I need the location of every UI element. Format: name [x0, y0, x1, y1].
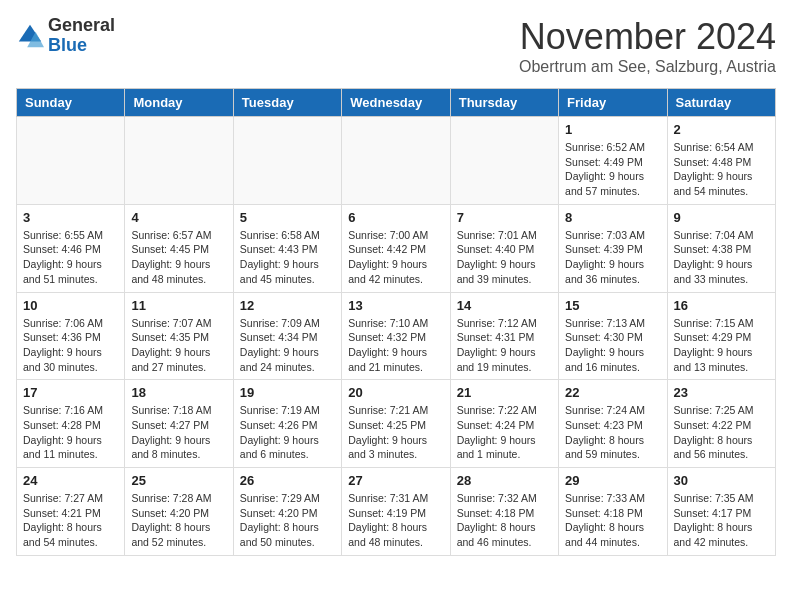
day-number: 8	[565, 210, 660, 225]
day-info: Sunrise: 7:13 AM Sunset: 4:30 PM Dayligh…	[565, 316, 660, 375]
calendar-cell: 23Sunrise: 7:25 AM Sunset: 4:22 PM Dayli…	[667, 380, 775, 468]
calendar-cell: 24Sunrise: 7:27 AM Sunset: 4:21 PM Dayli…	[17, 468, 125, 556]
calendar-cell	[342, 117, 450, 205]
title-block: November 2024 Obertrum am See, Salzburg,…	[519, 16, 776, 76]
weekday-header-wednesday: Wednesday	[342, 89, 450, 117]
day-info: Sunrise: 7:32 AM Sunset: 4:18 PM Dayligh…	[457, 491, 552, 550]
calendar-cell: 22Sunrise: 7:24 AM Sunset: 4:23 PM Dayli…	[559, 380, 667, 468]
calendar-cell	[233, 117, 341, 205]
day-number: 28	[457, 473, 552, 488]
weekday-header-tuesday: Tuesday	[233, 89, 341, 117]
day-number: 13	[348, 298, 443, 313]
day-number: 29	[565, 473, 660, 488]
calendar-cell: 11Sunrise: 7:07 AM Sunset: 4:35 PM Dayli…	[125, 292, 233, 380]
calendar-cell	[125, 117, 233, 205]
day-number: 4	[131, 210, 226, 225]
calendar-cell: 17Sunrise: 7:16 AM Sunset: 4:28 PM Dayli…	[17, 380, 125, 468]
day-info: Sunrise: 7:35 AM Sunset: 4:17 PM Dayligh…	[674, 491, 769, 550]
calendar-cell: 25Sunrise: 7:28 AM Sunset: 4:20 PM Dayli…	[125, 468, 233, 556]
day-number: 26	[240, 473, 335, 488]
day-info: Sunrise: 7:12 AM Sunset: 4:31 PM Dayligh…	[457, 316, 552, 375]
day-number: 6	[348, 210, 443, 225]
weekday-header-monday: Monday	[125, 89, 233, 117]
weekday-header-saturday: Saturday	[667, 89, 775, 117]
day-info: Sunrise: 6:57 AM Sunset: 4:45 PM Dayligh…	[131, 228, 226, 287]
day-info: Sunrise: 7:21 AM Sunset: 4:25 PM Dayligh…	[348, 403, 443, 462]
day-info: Sunrise: 7:04 AM Sunset: 4:38 PM Dayligh…	[674, 228, 769, 287]
day-number: 2	[674, 122, 769, 137]
calendar-cell: 18Sunrise: 7:18 AM Sunset: 4:27 PM Dayli…	[125, 380, 233, 468]
day-info: Sunrise: 7:27 AM Sunset: 4:21 PM Dayligh…	[23, 491, 118, 550]
logo-blue-text: Blue	[48, 35, 87, 55]
day-info: Sunrise: 6:52 AM Sunset: 4:49 PM Dayligh…	[565, 140, 660, 199]
day-info: Sunrise: 7:22 AM Sunset: 4:24 PM Dayligh…	[457, 403, 552, 462]
weekday-header-row: SundayMondayTuesdayWednesdayThursdayFrid…	[17, 89, 776, 117]
day-number: 10	[23, 298, 118, 313]
day-info: Sunrise: 6:54 AM Sunset: 4:48 PM Dayligh…	[674, 140, 769, 199]
weekday-header-friday: Friday	[559, 89, 667, 117]
day-number: 27	[348, 473, 443, 488]
day-number: 9	[674, 210, 769, 225]
day-info: Sunrise: 7:31 AM Sunset: 4:19 PM Dayligh…	[348, 491, 443, 550]
day-number: 17	[23, 385, 118, 400]
calendar-cell: 4Sunrise: 6:57 AM Sunset: 4:45 PM Daylig…	[125, 204, 233, 292]
calendar-cell: 15Sunrise: 7:13 AM Sunset: 4:30 PM Dayli…	[559, 292, 667, 380]
calendar-table: SundayMondayTuesdayWednesdayThursdayFrid…	[16, 88, 776, 556]
day-info: Sunrise: 7:25 AM Sunset: 4:22 PM Dayligh…	[674, 403, 769, 462]
day-number: 12	[240, 298, 335, 313]
day-number: 24	[23, 473, 118, 488]
day-info: Sunrise: 7:10 AM Sunset: 4:32 PM Dayligh…	[348, 316, 443, 375]
week-row-1: 1Sunrise: 6:52 AM Sunset: 4:49 PM Daylig…	[17, 117, 776, 205]
calendar-cell: 28Sunrise: 7:32 AM Sunset: 4:18 PM Dayli…	[450, 468, 558, 556]
day-info: Sunrise: 7:29 AM Sunset: 4:20 PM Dayligh…	[240, 491, 335, 550]
week-row-5: 24Sunrise: 7:27 AM Sunset: 4:21 PM Dayli…	[17, 468, 776, 556]
day-info: Sunrise: 7:16 AM Sunset: 4:28 PM Dayligh…	[23, 403, 118, 462]
day-number: 23	[674, 385, 769, 400]
calendar-cell	[17, 117, 125, 205]
calendar-cell: 20Sunrise: 7:21 AM Sunset: 4:25 PM Dayli…	[342, 380, 450, 468]
calendar-cell: 29Sunrise: 7:33 AM Sunset: 4:18 PM Dayli…	[559, 468, 667, 556]
calendar-cell: 26Sunrise: 7:29 AM Sunset: 4:20 PM Dayli…	[233, 468, 341, 556]
week-row-4: 17Sunrise: 7:16 AM Sunset: 4:28 PM Dayli…	[17, 380, 776, 468]
day-number: 7	[457, 210, 552, 225]
weekday-header-thursday: Thursday	[450, 89, 558, 117]
day-info: Sunrise: 7:15 AM Sunset: 4:29 PM Dayligh…	[674, 316, 769, 375]
day-number: 21	[457, 385, 552, 400]
calendar-cell: 21Sunrise: 7:22 AM Sunset: 4:24 PM Dayli…	[450, 380, 558, 468]
day-info: Sunrise: 7:33 AM Sunset: 4:18 PM Dayligh…	[565, 491, 660, 550]
logo-general-text: General	[48, 15, 115, 35]
calendar-cell: 30Sunrise: 7:35 AM Sunset: 4:17 PM Dayli…	[667, 468, 775, 556]
calendar-cell	[450, 117, 558, 205]
page-header: General Blue November 2024 Obertrum am S…	[16, 16, 776, 76]
day-info: Sunrise: 7:24 AM Sunset: 4:23 PM Dayligh…	[565, 403, 660, 462]
day-number: 5	[240, 210, 335, 225]
calendar-cell: 16Sunrise: 7:15 AM Sunset: 4:29 PM Dayli…	[667, 292, 775, 380]
week-row-3: 10Sunrise: 7:06 AM Sunset: 4:36 PM Dayli…	[17, 292, 776, 380]
calendar-cell: 14Sunrise: 7:12 AM Sunset: 4:31 PM Dayli…	[450, 292, 558, 380]
calendar-cell: 3Sunrise: 6:55 AM Sunset: 4:46 PM Daylig…	[17, 204, 125, 292]
logo-icon	[16, 22, 44, 50]
calendar-cell: 13Sunrise: 7:10 AM Sunset: 4:32 PM Dayli…	[342, 292, 450, 380]
week-row-2: 3Sunrise: 6:55 AM Sunset: 4:46 PM Daylig…	[17, 204, 776, 292]
weekday-header-sunday: Sunday	[17, 89, 125, 117]
day-info: Sunrise: 7:28 AM Sunset: 4:20 PM Dayligh…	[131, 491, 226, 550]
day-info: Sunrise: 6:58 AM Sunset: 4:43 PM Dayligh…	[240, 228, 335, 287]
day-number: 25	[131, 473, 226, 488]
calendar-cell: 8Sunrise: 7:03 AM Sunset: 4:39 PM Daylig…	[559, 204, 667, 292]
calendar-cell: 19Sunrise: 7:19 AM Sunset: 4:26 PM Dayli…	[233, 380, 341, 468]
day-number: 1	[565, 122, 660, 137]
day-info: Sunrise: 7:01 AM Sunset: 4:40 PM Dayligh…	[457, 228, 552, 287]
day-number: 18	[131, 385, 226, 400]
day-number: 14	[457, 298, 552, 313]
calendar-cell: 7Sunrise: 7:01 AM Sunset: 4:40 PM Daylig…	[450, 204, 558, 292]
day-number: 15	[565, 298, 660, 313]
day-info: Sunrise: 7:18 AM Sunset: 4:27 PM Dayligh…	[131, 403, 226, 462]
day-number: 20	[348, 385, 443, 400]
day-number: 11	[131, 298, 226, 313]
calendar-cell: 6Sunrise: 7:00 AM Sunset: 4:42 PM Daylig…	[342, 204, 450, 292]
day-info: Sunrise: 6:55 AM Sunset: 4:46 PM Dayligh…	[23, 228, 118, 287]
calendar-cell: 10Sunrise: 7:06 AM Sunset: 4:36 PM Dayli…	[17, 292, 125, 380]
day-number: 19	[240, 385, 335, 400]
day-info: Sunrise: 7:03 AM Sunset: 4:39 PM Dayligh…	[565, 228, 660, 287]
day-info: Sunrise: 7:09 AM Sunset: 4:34 PM Dayligh…	[240, 316, 335, 375]
